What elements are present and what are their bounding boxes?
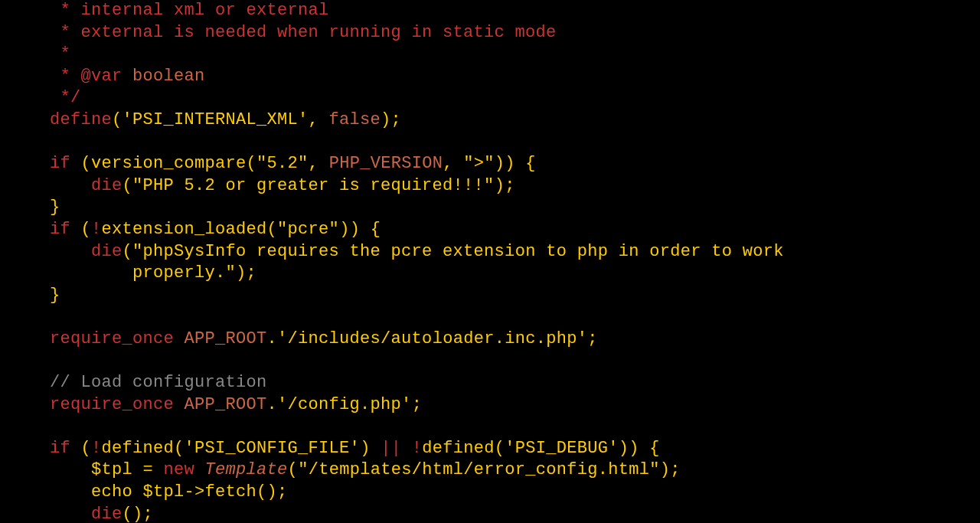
comment-line: * internal xml or external [50,1,329,20]
doc-type: boolean [122,67,205,86]
punct: , [443,154,463,173]
punct: (); [122,505,154,523]
operator: ! [412,439,423,458]
space [132,482,143,502]
string-literal: "PHP 5.2 or greater is required!!!" [132,176,495,195]
string-literal: "5.2" [256,154,309,173]
keyword-echo: echo [91,482,132,502]
func-call: version_compare [91,154,247,173]
func-call: defined [102,439,175,458]
keyword-if: if [50,220,70,239]
punct: ) [360,439,381,458]
operator: ! [91,220,102,239]
keyword-if: if [50,439,70,458]
comment-line: * [50,67,81,86]
keyword-require: require_once [50,395,174,414]
constant: APP_ROOT [185,395,267,414]
punct: , [309,110,329,129]
punct: ( [247,154,257,173]
punct: ); [495,176,515,195]
punct: ( [70,439,91,458]
code-editor[interactable]: * internal xml or external * external is… [50,0,980,523]
punct: -> [185,482,205,502]
variable: $tpl [143,482,185,502]
string-literal: "/templates/html/error_config.html" [298,460,660,479]
variable: $tpl [91,460,132,479]
string-literal: "pcre" [277,220,339,239]
punct: )) { [339,220,381,239]
space [174,395,185,414]
func-call: extension_loaded [102,220,267,239]
comment-line: // Load configuration [50,373,267,392]
punct: ( [112,110,122,129]
punct: , [309,154,329,173]
operator: || [381,439,401,458]
string-literal: 'PSI_DEBUG' [505,439,619,458]
class-name: Template [205,460,288,479]
punct: (); [256,482,288,502]
keyword-if: if [50,154,70,173]
string-literal: ">" [463,154,495,173]
punct: ( [174,439,185,458]
punct: ( [267,220,278,239]
string-literal: "phpSysInfo requires the pcre extension … [132,242,784,261]
punct: ( [70,220,91,239]
bool-literal: false [329,110,381,129]
space [174,329,185,348]
string-literal: '/includes/autoloader.inc.php' [277,329,587,348]
keyword-require: require_once [50,329,174,348]
constant: PHP_VERSION [329,154,443,173]
func-call: defined [422,439,495,458]
doc-tag: @var [81,67,122,86]
keyword-die: die [91,176,122,195]
punct: )) { [619,439,660,458]
punct: ; [587,329,598,348]
string-literal: 'PSI_INTERNAL_XML' [122,110,309,129]
constant: APP_ROOT [185,329,267,348]
punct: ; [412,395,423,414]
punct: ( [495,439,505,458]
keyword-define: define [50,110,112,129]
brace: } [50,286,60,305]
comment-line: */ [50,88,81,107]
punct: ); [381,110,401,129]
keyword-die: die [91,505,122,523]
punct: ( [288,460,299,479]
string-literal: properly." [132,263,236,283]
space [401,439,412,458]
punct: . [267,395,278,414]
string-literal: 'PSI_CONFIG_FILE' [185,439,361,458]
punct: ( [70,154,91,173]
brace: } [50,198,60,217]
punct: ( [122,242,133,261]
space [194,460,205,479]
method-call: fetch [205,482,257,502]
punct: ); [660,460,681,479]
comment-line: * [50,44,70,64]
punct: ); [236,263,256,283]
keyword-die: die [91,242,122,261]
operator: ! [91,439,102,458]
punct: ( [122,176,133,195]
comment-line: * external is needed when running in sta… [50,23,557,42]
punct: )) { [495,154,536,173]
keyword-new: new [164,460,195,479]
punct: = [132,460,164,479]
punct: . [267,329,278,348]
string-literal: '/config.php' [277,395,412,414]
